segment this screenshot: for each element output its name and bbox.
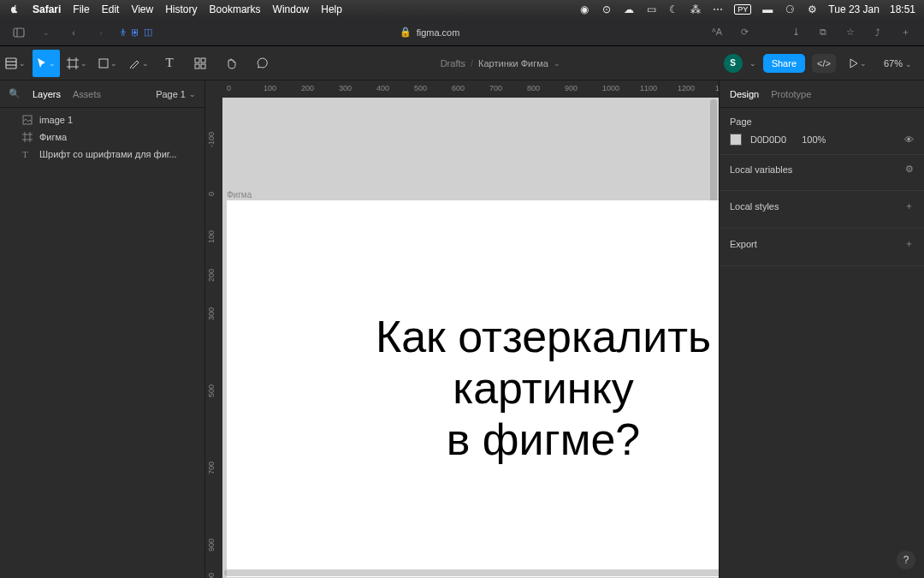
url-bar[interactable]: 🔒 figma.com xyxy=(159,27,700,38)
menubar-date[interactable]: Tue 23 Jan xyxy=(828,3,880,15)
menu-help[interactable]: Help xyxy=(321,3,342,15)
horizontal-scrollbar[interactable] xyxy=(224,569,719,576)
canvas-text[interactable]: Как отзеркалить картинку в фигме? xyxy=(376,312,711,465)
hand-tool[interactable] xyxy=(217,50,245,77)
layers-panel: 🔍 Layers Assets Page 1 ⌄ image 1 Фигма T… xyxy=(0,80,205,578)
file-name: Картинки Фигма xyxy=(478,58,548,69)
cloud-icon[interactable]: ☁ xyxy=(623,3,635,15)
figma-app: ⌄ ⌄ ⌄ ⌄ ⌄ T Drafts / Картинки Фигма ⌄ S … xyxy=(0,46,924,578)
layer-text[interactable]: T Шрифт со шрифтами для фиг... xyxy=(0,146,204,163)
layer-image[interactable]: image 1 xyxy=(0,111,204,128)
local-variables-title[interactable]: Local variables xyxy=(730,164,792,175)
screen-icon[interactable]: ⊙ xyxy=(601,3,613,15)
layer-frame[interactable]: Фигма xyxy=(0,128,204,146)
layers-tab[interactable]: Layers xyxy=(33,89,61,99)
moon-icon[interactable]: ☾ xyxy=(667,3,679,15)
assets-tab[interactable]: Assets xyxy=(73,89,101,99)
main-menu-button[interactable]: ⌄ xyxy=(2,50,29,77)
menu-window[interactable]: Window xyxy=(273,3,310,15)
ruler-horizontal: 0100200300400500600700800900100011001200… xyxy=(222,80,719,98)
frame-tool[interactable]: ⌄ xyxy=(63,50,91,77)
figma-toolbar: ⌄ ⌄ ⌄ ⌄ ⌄ T Drafts / Картинки Фигма ⌄ S … xyxy=(0,46,924,80)
search-icon[interactable]: 🔍 xyxy=(9,88,21,99)
design-tab[interactable]: Design xyxy=(730,89,759,99)
canvas-area[interactable]: 0100200300400500600700800900100011001200… xyxy=(205,80,719,578)
shape-tool[interactable]: ⌄ xyxy=(94,50,121,77)
lang-indicator[interactable]: PY xyxy=(734,4,751,15)
present-button[interactable]: ⌄ xyxy=(844,50,872,77)
svg-rect-10 xyxy=(195,58,199,63)
ruler-corner xyxy=(205,80,222,98)
download-icon[interactable]: ⤓ xyxy=(785,22,806,43)
menu-file[interactable]: File xyxy=(73,3,89,15)
svg-rect-0 xyxy=(14,28,24,37)
bg-opacity-value[interactable]: 100% xyxy=(802,134,826,145)
display-icon[interactable]: ▭ xyxy=(645,3,657,15)
menu-history[interactable]: History xyxy=(165,3,197,15)
share-icon[interactable]: ⤴ xyxy=(868,22,888,43)
back-button[interactable]: ‹ xyxy=(63,22,84,43)
battery-icon[interactable]: ▬ xyxy=(761,3,773,15)
clone-icon[interactable]: ⧉ xyxy=(813,22,833,43)
macos-menubar: Safari File Edit View History Bookmarks … xyxy=(0,0,924,19)
svg-rect-11 xyxy=(201,58,205,63)
help-button[interactable]: ? xyxy=(897,551,915,569)
translate-icon[interactable]: ◫ xyxy=(144,27,152,38)
new-tab-icon[interactable]: ＋ xyxy=(895,22,915,43)
lock-icon: 🔒 xyxy=(400,27,412,38)
svg-rect-13 xyxy=(201,64,205,69)
zoom-level[interactable]: 67% ⌄ xyxy=(880,58,915,69)
canvas[interactable]: Фигма Как отзеркалить картинку в фигме? xyxy=(222,98,719,578)
privacy-icon[interactable]: 🛉 xyxy=(118,27,127,38)
settings-icon[interactable]: ⚙ xyxy=(905,164,914,175)
bg-color-value[interactable]: D0D0D0 xyxy=(750,134,786,145)
avatar-dropdown-icon[interactable]: ⌄ xyxy=(749,59,756,68)
design-panel: Design Prototype Page D0D0D0 100% 👁 Loca… xyxy=(719,80,924,578)
bg-swatch[interactable] xyxy=(730,134,742,146)
pen-tool[interactable]: ⌄ xyxy=(125,50,152,77)
menubar-time[interactable]: 18:51 xyxy=(890,3,915,15)
apple-icon[interactable] xyxy=(9,3,21,15)
menu-view[interactable]: View xyxy=(131,3,153,15)
svg-rect-9 xyxy=(99,59,108,68)
user-avatar[interactable]: S xyxy=(724,54,743,73)
local-styles-title[interactable]: Local styles xyxy=(730,201,779,212)
menubar-app[interactable]: Safari xyxy=(33,3,61,15)
comment-tool[interactable] xyxy=(248,50,275,77)
text-icon: T xyxy=(22,149,33,159)
frame-label[interactable]: Фигма xyxy=(227,190,252,200)
add-icon[interactable]: ＋ xyxy=(904,237,914,250)
move-tool[interactable]: ⌄ xyxy=(33,50,60,77)
file-title[interactable]: Drafts / Картинки Фигма ⌄ xyxy=(277,58,724,69)
wifi-icon[interactable]: ⚆ xyxy=(784,3,796,15)
svg-rect-2 xyxy=(6,58,16,69)
toolbar-dropdown-icon[interactable]: ⌄ xyxy=(36,22,56,43)
dots-icon[interactable]: ⋯ xyxy=(712,3,724,15)
menu-edit[interactable]: Edit xyxy=(102,3,120,15)
forward-button[interactable]: › xyxy=(91,22,111,43)
dev-mode-button[interactable]: </> xyxy=(812,54,836,73)
frame-icon xyxy=(22,132,33,142)
reload-icon[interactable]: ⟳ xyxy=(734,22,755,43)
frame[interactable]: Как отзеркалить картинку в фигме? xyxy=(227,200,719,577)
share-button[interactable]: Share xyxy=(763,54,805,73)
svg-rect-12 xyxy=(195,64,199,69)
bookmark-icon[interactable]: ☆ xyxy=(840,22,861,43)
page-section-title: Page xyxy=(730,116,914,127)
url-text: figma.com xyxy=(417,27,460,38)
export-title[interactable]: Export xyxy=(730,239,757,249)
resources-tool[interactable] xyxy=(187,50,214,77)
text-tool[interactable]: T xyxy=(156,50,183,77)
bluetooth-icon[interactable]: ⁂ xyxy=(690,3,702,15)
add-icon[interactable]: ＋ xyxy=(904,200,914,212)
visibility-icon[interactable]: 👁 xyxy=(904,134,914,145)
page-selector[interactable]: Page 1 ⌄ xyxy=(156,89,196,99)
sidebar-toggle-icon[interactable] xyxy=(9,22,29,43)
menu-bookmarks[interactable]: Bookmarks xyxy=(210,3,261,15)
prototype-tab[interactable]: Prototype xyxy=(771,89,811,99)
shield-icon[interactable]: ⛨ xyxy=(131,27,140,38)
safari-toolbar: ⌄ ‹ › 🛉 ⛨ ◫ 🔒 figma.com ᴬA ⟳ ⤓ ⧉ ☆ ⤴ ＋ xyxy=(0,19,924,46)
record-icon[interactable]: ◉ xyxy=(578,3,590,15)
control-center-icon[interactable]: ⚙ xyxy=(806,3,818,15)
reader-icon[interactable]: ᴬA xyxy=(707,22,727,43)
